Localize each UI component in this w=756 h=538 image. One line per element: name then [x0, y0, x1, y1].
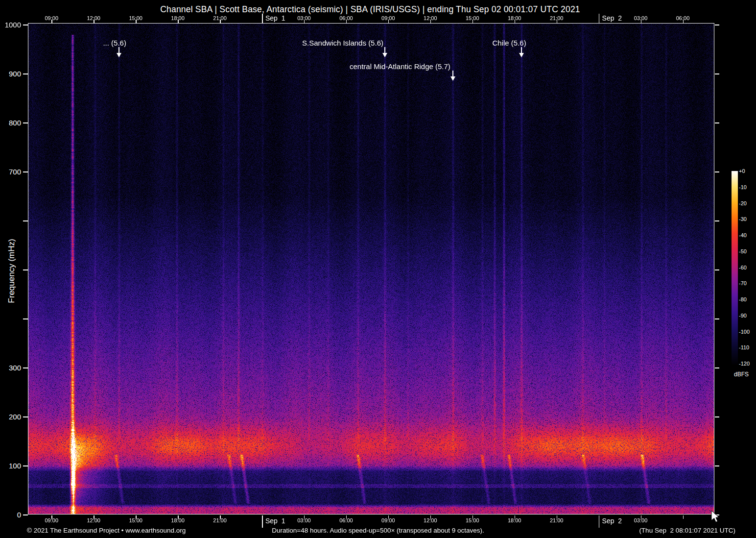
y-tick-left — [23, 171, 28, 172]
colorbar-tick-label: -70 — [739, 280, 747, 286]
colorbar-tick-label: +0 — [739, 168, 745, 174]
x-tick-label: 06:00 — [676, 15, 690, 21]
x-tick-label-day: Sep 2 — [602, 14, 622, 22]
event-label: ... (5.6) — [103, 39, 126, 47]
x-tick-label: 03:00 — [297, 15, 311, 21]
x-tick-label: 03:00 — [634, 15, 648, 21]
y-tick-right — [715, 318, 719, 319]
event-arrow-icon — [519, 47, 524, 58]
y-tick-left — [23, 514, 28, 515]
colorbar-tick-label: -40 — [739, 232, 747, 238]
y-axis-title: Frequency (mHz) — [7, 232, 17, 310]
y-tick-left — [23, 24, 28, 25]
mouse-cursor-icon — [711, 511, 721, 524]
x-tick-top — [262, 14, 263, 23]
x-tick-label-day: Sep 1 — [265, 14, 285, 22]
x-tick-label: 18:00 — [171, 15, 185, 21]
x-tick-label: 21:00 — [213, 517, 227, 523]
x-tick-label: 18:00 — [171, 517, 185, 523]
x-tick-label: 12:00 — [87, 517, 100, 523]
x-tick-label: 15:00 — [129, 15, 142, 21]
footer-end-time: (Thu Sep 2 08:01:07 2021 UTC) — [639, 527, 735, 534]
y-tick-right — [715, 220, 719, 221]
event-label: S.Sandwich Islands (5.6) — [302, 39, 383, 47]
y-tick-right — [715, 269, 719, 270]
event-label: Chile (5.6) — [492, 39, 526, 47]
x-tick-label: 03:00 — [634, 517, 648, 523]
x-tick-label: 21:00 — [550, 517, 564, 523]
y-tick-right — [715, 465, 719, 466]
x-tick-label: 18:00 — [508, 15, 521, 21]
y-tick-left — [23, 465, 28, 466]
x-tick-bottom — [683, 515, 684, 519]
y-tick-right — [715, 171, 719, 172]
x-tick-label: 09:00 — [45, 15, 58, 21]
y-tick-label: 300 — [0, 364, 21, 372]
colorbar-tick-label: -120 — [739, 361, 750, 367]
y-tick-right — [715, 24, 719, 25]
y-tick-label: 100 — [0, 462, 21, 470]
x-tick-label: 06:00 — [339, 15, 353, 21]
x-tick-bottom — [599, 515, 600, 528]
y-tick-left — [23, 416, 28, 417]
event-arrow-icon — [382, 47, 388, 58]
event-arrow-icon — [450, 71, 456, 81]
colorbar — [732, 171, 738, 366]
x-tick-label-day: Sep 2 — [602, 517, 622, 525]
spectrogram-page: Channel SBA | Scott Base, Antarctica (se… — [0, 0, 756, 538]
y-tick-label: 0 — [0, 511, 21, 519]
y-tick-left — [23, 220, 28, 221]
y-tick-left — [23, 73, 28, 74]
x-tick-label: 21:00 — [550, 15, 564, 21]
y-tick-right — [715, 367, 719, 368]
y-tick-left — [23, 269, 28, 270]
colorbar-tick-label: -10 — [739, 184, 747, 190]
y-tick-right — [715, 122, 719, 123]
x-tick-bottom — [262, 515, 263, 528]
y-tick-right — [715, 416, 719, 417]
y-tick-label: 1000 — [0, 21, 21, 29]
x-tick-label: 15:00 — [466, 517, 479, 523]
y-tick-left — [23, 318, 28, 319]
x-tick-label: 18:00 — [508, 517, 521, 523]
y-tick-left — [23, 367, 28, 368]
x-tick-label: 09:00 — [381, 15, 395, 21]
x-tick-label: 15:00 — [466, 15, 479, 21]
colorbar-tick-label: -100 — [739, 329, 750, 335]
x-tick-label: 15:00 — [129, 517, 142, 523]
colorbar-tick-label: -20 — [739, 200, 747, 206]
event-label: central Mid-Atlantic Ridge (5.7) — [350, 62, 450, 71]
colorbar-tick-label: -110 — [739, 344, 749, 350]
x-tick-label-day: Sep 1 — [265, 517, 285, 525]
colorbar-tick-label: -50 — [739, 248, 747, 254]
x-tick-label: 09:00 — [381, 517, 395, 523]
colorbar-tick-label: -80 — [739, 296, 747, 302]
x-tick-label: 12:00 — [424, 517, 437, 523]
colorbar-unit-label: dBFS — [732, 371, 751, 378]
colorbar-tick-label: -90 — [739, 313, 747, 318]
colorbar-tick-label: -60 — [739, 265, 747, 270]
y-tick-label: 200 — [0, 413, 21, 421]
plot-frame — [28, 23, 714, 514]
x-tick-top — [599, 14, 600, 23]
y-tick-label: 900 — [0, 70, 21, 78]
y-tick-label: 800 — [0, 119, 21, 127]
x-tick-label: 21:00 — [213, 15, 227, 21]
colorbar-tick-label: -30 — [739, 216, 747, 222]
y-tick-left — [23, 122, 28, 123]
x-tick-label: 12:00 — [424, 15, 437, 21]
x-tick-label: 06:00 — [339, 517, 353, 523]
event-arrow-icon — [116, 47, 122, 58]
y-tick-right — [715, 73, 719, 74]
page-title: Channel SBA | Scott Base, Antarctica (se… — [0, 4, 740, 15]
x-tick-label: 03:00 — [297, 517, 311, 523]
x-tick-label: 12:00 — [87, 15, 100, 21]
y-tick-label: 700 — [0, 168, 21, 176]
x-tick-label: 09:00 — [45, 517, 58, 523]
